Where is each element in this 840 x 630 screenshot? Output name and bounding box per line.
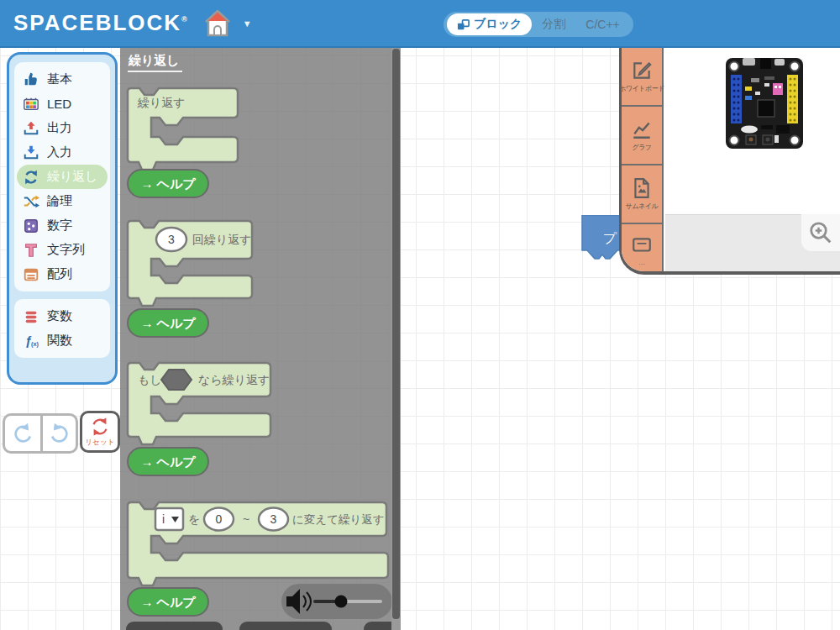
preview-panel: ホワイトボード グラフ サムネイル …	[619, 48, 840, 275]
category-group-custom: 変数 ƒ (x) 関数	[14, 299, 110, 358]
whiteboard-button[interactable]: ホワイトボード	[622, 48, 662, 107]
tilde-label: ~	[243, 512, 249, 526]
array-table-icon	[23, 266, 39, 283]
sidebar-item-variables[interactable]: 変数	[14, 304, 110, 328]
graph-button[interactable]: グラフ	[622, 107, 662, 165]
home-icon	[201, 8, 234, 39]
sidebar-item-label: 関数	[47, 333, 72, 349]
tab-block[interactable]: ブロック	[447, 13, 532, 35]
thumbnail-icon	[631, 177, 653, 199]
home-dropdown-caret[interactable]: ▼	[243, 18, 252, 29]
thumbnail-label: サムネイル	[626, 202, 658, 211]
undo-icon	[10, 421, 35, 446]
sidebar-item-led[interactable]: LED	[14, 92, 110, 116]
help-label: → ヘルプ	[140, 454, 196, 469]
function-icon: ƒ (x)	[23, 333, 39, 349]
number-dice-icon	[23, 218, 39, 234]
block-label-pre: もし	[138, 373, 162, 386]
volume-slider-thumb[interactable]	[335, 596, 348, 608]
help-button-repeat-times[interactable]: → ヘルプ	[128, 309, 208, 337]
flyout-scrollbar[interactable]	[391, 48, 401, 630]
app-logo: SPACEBLOCK®	[13, 10, 187, 36]
more-icon	[631, 234, 653, 256]
sidebar-item-label: 繰り返し	[47, 169, 98, 185]
block-repeat-for[interactable]: i を 0 ~ 3 に変えて繰り返す	[128, 502, 388, 585]
reset-icon	[89, 417, 111, 437]
partial-block-stub[interactable]	[126, 622, 223, 630]
program-tab[interactable]: プ	[581, 215, 623, 265]
tab-cpp[interactable]: C/C++	[575, 18, 629, 31]
panel-toolbar: ホワイトボード グラフ サムネイル …	[622, 48, 664, 271]
category-group-main: 基本 LED 出力 入力	[14, 62, 110, 291]
tab-split[interactable]: 分割	[532, 17, 575, 32]
more-button[interactable]: …	[622, 224, 662, 275]
zoom-in-button[interactable]	[801, 214, 840, 251]
help-button-repeat-while[interactable]: → ヘルプ	[128, 448, 208, 475]
variable-dropdown[interactable]	[155, 508, 183, 530]
svg-text:(x): (x)	[31, 340, 39, 348]
thumbnail-button[interactable]: サムネイル	[622, 165, 662, 224]
sidebar-item-label: 変数	[47, 308, 72, 324]
sidebar-item-label: 文字列	[47, 242, 85, 258]
flyout-scrollbar-thumb[interactable]	[392, 49, 400, 619]
flyout-blocks-canvas: 繰り返す → ヘルプ 3 回繰り返す → ヘルプ もし なら繰り返す	[120, 48, 401, 630]
help-label: → ヘルプ	[140, 595, 196, 609]
whiteboard-label: ホワイトボード	[619, 84, 664, 93]
sidebar-item-string[interactable]: 文字列	[14, 238, 110, 262]
block-mode-icon	[457, 18, 470, 31]
help-label: → ヘルプ	[140, 176, 196, 191]
to-value: 3	[270, 512, 277, 526]
sidebar-item-input[interactable]: 入力	[14, 140, 110, 165]
sidebar-item-output[interactable]: 出力	[14, 116, 110, 140]
sidebar-item-logic[interactable]: 論理	[14, 189, 110, 213]
history-controls	[3, 413, 78, 454]
help-button-repeat-for[interactable]: → ヘルプ	[128, 588, 208, 616]
tab-block-label: ブロック	[474, 17, 522, 32]
block-label: 繰り返す	[137, 96, 186, 109]
led-matrix-icon	[23, 96, 39, 113]
sidebar-item-label: 入力	[47, 144, 72, 160]
sidebar-item-label: 基本	[47, 71, 72, 87]
whiteboard-icon	[631, 60, 653, 81]
graph-label: グラフ	[632, 143, 651, 152]
block-label-post: に変えて繰り返す	[292, 513, 385, 526]
block-label: 回繰り返す	[192, 233, 252, 246]
sidebar-item-number[interactable]: 数字	[14, 213, 110, 238]
variable-name: i	[162, 512, 165, 526]
view-mode-tabs: ブロック 分割 C/C++	[444, 12, 633, 37]
block-repeat-times[interactable]: 3 回繰り返す	[128, 221, 252, 306]
sidebar-item-label: 論理	[47, 193, 72, 209]
logic-shuffle-icon	[23, 193, 39, 210]
block-repeat-while[interactable]: もし なら繰り返す	[128, 363, 270, 444]
home-button[interactable]	[199, 6, 236, 41]
block-repeat-forever[interactable]: 繰り返す	[128, 88, 238, 170]
particle-wo: を	[188, 512, 200, 526]
partial-block-stub[interactable]	[239, 622, 332, 630]
sidebar-item-array[interactable]: 配列	[14, 262, 110, 286]
redo-button[interactable]	[40, 416, 76, 451]
program-tab-label: プ	[603, 231, 617, 245]
sidebar-item-basic[interactable]: 基本	[14, 67, 110, 92]
sidebar-item-label: 数字	[47, 218, 72, 234]
repeat-icon	[23, 169, 39, 186]
graph-icon	[631, 118, 653, 140]
condition-slot[interactable]	[161, 370, 192, 390]
input-tray-icon	[23, 144, 39, 161]
help-label: → ヘルプ	[140, 316, 196, 330]
volume-control[interactable]	[281, 584, 392, 619]
string-t-icon	[23, 242, 39, 259]
output-tray-icon	[23, 120, 39, 137]
reset-button[interactable]: リセット	[80, 411, 120, 453]
sidebar-item-functions[interactable]: ƒ (x) 関数	[14, 328, 110, 353]
zoom-in-icon	[808, 220, 833, 245]
from-value: 0	[216, 512, 223, 526]
sidebar-item-label: 出力	[47, 120, 72, 136]
sidebar-item-label: 配列	[47, 266, 72, 282]
board-image	[726, 58, 803, 149]
app-root: { "header": { "logo": "SPACEBLOCK", "tra…	[0, 0, 840, 630]
help-button-repeat-forever[interactable]: → ヘルプ	[128, 170, 208, 197]
number-field-value: 3	[168, 233, 175, 246]
block-label-post: なら繰り返す	[198, 373, 270, 386]
sidebar-item-repeat[interactable]: 繰り返し	[17, 165, 108, 189]
undo-button[interactable]	[5, 416, 40, 451]
